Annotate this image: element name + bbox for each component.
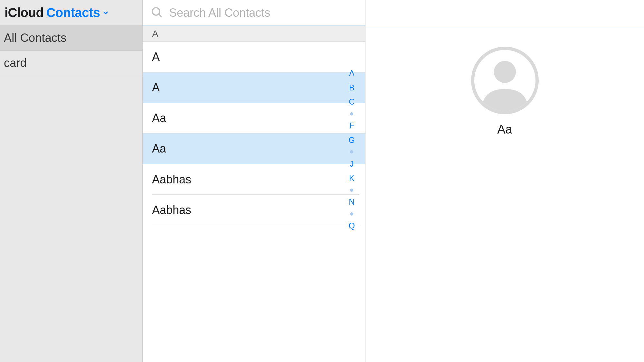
sidebar-item-all-contacts[interactable]: All Contacts [0,26,142,51]
detail-contact-name: Aa [497,123,512,136]
contact-name: A [152,50,160,64]
contact-row[interactable]: Aa [143,103,365,134]
alpha-index-letter[interactable]: F [349,122,354,130]
alpha-index-dot[interactable] [350,112,353,116]
contact-list-column: A A A Aa Aa Aabhas Aabhas A B [143,0,365,362]
sidebar: iCloud Contacts All Contacts card [0,0,143,362]
contact-row[interactable]: Aabhas [143,195,365,225]
contact-row[interactable]: A [143,42,365,72]
contact-row[interactable]: A [143,72,365,103]
contact-row[interactable]: Aabhas [143,164,365,195]
alpha-index-letter[interactable]: G [349,136,355,144]
contact-row[interactable]: Aa [143,134,365,164]
avatar [471,47,539,114]
section-header: A [143,26,365,42]
section-letter: A [152,28,158,39]
svg-line-1 [159,14,161,16]
app-name: Contacts [46,5,100,20]
sidebar-header[interactable]: iCloud Contacts [0,0,142,26]
alpha-index-dot[interactable] [350,212,353,216]
app-title: iCloud Contacts [5,5,109,20]
contact-name: A [152,81,160,94]
service-name: iCloud [5,5,43,20]
alpha-index-letter[interactable]: B [349,84,355,92]
alpha-index-letter[interactable]: Q [349,222,355,230]
alphabet-index: A B C F G J K N Q [349,69,355,230]
alpha-index-dot[interactable] [350,150,353,153]
sidebar-item-label: All Contacts [4,31,66,44]
svg-point-2 [494,61,516,83]
sidebar-item-label: card [4,56,27,70]
alpha-index-letter[interactable]: N [349,198,355,206]
contact-name: Aabhas [152,203,191,217]
app-root: iCloud Contacts All Contacts card A [0,0,644,362]
search-row [143,0,365,26]
alpha-index-letter[interactable]: J [350,160,354,168]
sidebar-group-list: All Contacts card [0,26,142,76]
contact-name: Aa [152,142,166,155]
search-icon [150,6,163,20]
person-icon [474,50,535,111]
contacts-list: A A Aa Aa Aabhas Aabhas [143,42,365,362]
chevron-down-icon[interactable] [102,9,109,16]
alpha-index-letter[interactable]: K [349,174,355,182]
contact-name: Aa [152,111,166,125]
contact-name: Aabhas [152,173,191,186]
detail-divider [365,26,644,26]
contact-detail: Aa [365,0,644,362]
alpha-index-letter[interactable]: A [349,69,355,77]
alpha-index-letter[interactable]: C [349,98,355,106]
search-input[interactable] [169,6,365,20]
sidebar-item-card[interactable]: card [0,51,142,76]
alpha-index-dot[interactable] [350,189,353,192]
